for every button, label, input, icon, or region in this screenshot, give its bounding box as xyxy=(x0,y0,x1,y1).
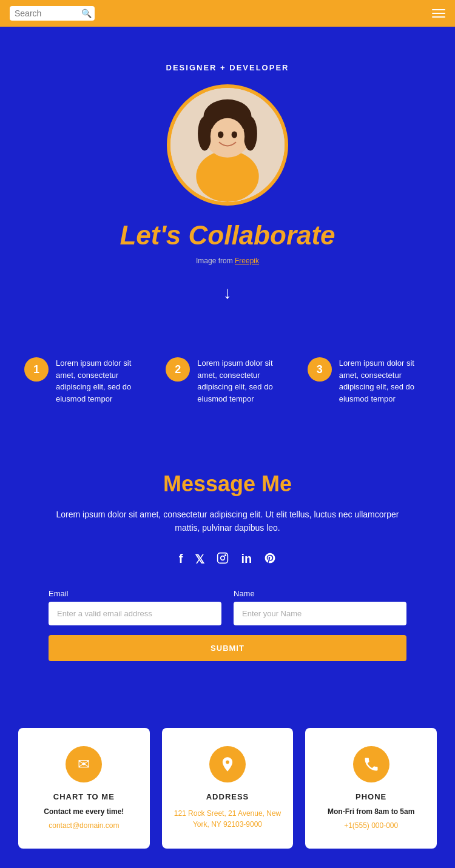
hamburger-menu[interactable] xyxy=(432,9,445,18)
search-input[interactable] xyxy=(15,8,81,18)
contact-section: ✉ CHART TO ME Contact me every time! con… xyxy=(0,698,455,868)
step-number-1: 1 xyxy=(24,357,49,382)
step-item-1: 1 Lorem ipsum dolor sit amet, consectetu… xyxy=(24,357,147,405)
step-number-2: 2 xyxy=(166,357,190,382)
phone-card-title: PHONE xyxy=(317,792,425,801)
hero-title: Let's Collaborate xyxy=(24,220,431,251)
email-input[interactable] xyxy=(49,602,221,625)
submit-button[interactable]: SUBMIT xyxy=(49,635,406,661)
name-label: Name xyxy=(234,589,406,598)
email-card-subtitle: Contact me every time! xyxy=(30,807,138,816)
email-group: Email xyxy=(49,589,221,625)
pinterest-icon[interactable] xyxy=(264,552,276,567)
facebook-icon[interactable]: f xyxy=(179,552,183,567)
image-credit: Image from Freepik xyxy=(24,257,431,265)
svg-point-4 xyxy=(198,116,212,150)
contact-card-address: ADDRESS 121 Rock Sreet, 21 Avenue, New Y… xyxy=(162,728,294,849)
hamburger-line-3 xyxy=(432,16,445,18)
step-text-2: Lorem ipsum dolor sit amet, consectetur … xyxy=(197,357,289,405)
hero-subtitle: DESIGNER + DEVELOPER xyxy=(24,63,431,72)
svg-point-5 xyxy=(243,116,257,150)
svg-point-8 xyxy=(232,131,237,138)
twitter-icon[interactable]: 𝕏 xyxy=(195,552,204,567)
svg-rect-9 xyxy=(218,553,228,563)
instagram-icon[interactable] xyxy=(217,552,229,567)
svg-point-6 xyxy=(211,118,244,155)
step-item-3: 3 Lorem ipsum dolor sit amet, consectetu… xyxy=(308,357,431,405)
svg-point-1 xyxy=(196,150,258,202)
svg-point-7 xyxy=(218,131,223,138)
phone-card-link[interactable]: +1(555) 000-000 xyxy=(344,821,398,830)
hamburger-line-1 xyxy=(432,9,445,10)
search-box[interactable]: 🔍 xyxy=(10,6,95,21)
name-group: Name xyxy=(234,589,406,625)
contact-form-row: Email Name xyxy=(49,589,406,625)
linkedin-icon[interactable]: in xyxy=(241,552,252,567)
address-card-title: ADDRESS xyxy=(174,792,281,801)
email-card-icon: ✉ xyxy=(66,746,102,782)
steps-section: 1 Lorem ipsum dolor sit amet, consectetu… xyxy=(0,339,455,441)
social-icons: f 𝕏 in xyxy=(49,552,406,567)
phone-card-icon xyxy=(353,746,389,782)
hamburger-line-2 xyxy=(432,13,445,14)
step-number-3: 3 xyxy=(308,357,332,382)
arrow-down-icon: ↓ xyxy=(24,283,431,303)
step-text-1: Lorem ipsum dolor sit amet, consectetur … xyxy=(56,357,147,405)
contact-card-phone: PHONE Mon-Fri from 8am to 5am +1(555) 00… xyxy=(305,728,437,849)
search-icon: 🔍 xyxy=(81,8,92,18)
avatar xyxy=(167,84,288,206)
address-card-link[interactable]: 121 Rock Sreet, 21 Avenue, New York, NY … xyxy=(174,809,281,829)
svg-point-10 xyxy=(221,556,225,560)
name-input[interactable] xyxy=(234,602,406,625)
hero-section: DESIGNER + DEVELOPER Let's Collaborate I… xyxy=(0,27,455,339)
email-card-title: CHART TO ME xyxy=(30,792,138,801)
email-card-link[interactable]: contact@domain.com xyxy=(49,821,119,830)
message-title: Message Me xyxy=(49,471,406,497)
message-description: Lorem ipsum dolor sit amet, consectetur … xyxy=(49,508,406,535)
email-label: Email xyxy=(49,589,221,598)
address-card-icon xyxy=(209,746,246,782)
phone-card-subtitle: Mon-Fri from 8am to 5am xyxy=(317,807,425,816)
contact-card-email: ✉ CHART TO ME Contact me every time! con… xyxy=(18,728,150,849)
freepik-link[interactable]: Freepik xyxy=(235,257,259,265)
message-section: Message Me Lorem ipsum dolor sit amet, c… xyxy=(0,441,455,698)
step-item-2: 2 Lorem ipsum dolor sit amet, consectetu… xyxy=(166,357,289,405)
svg-point-11 xyxy=(225,554,226,556)
header: 🔍 xyxy=(0,0,455,27)
step-text-3: Lorem ipsum dolor sit amet, consectetur … xyxy=(339,357,431,405)
